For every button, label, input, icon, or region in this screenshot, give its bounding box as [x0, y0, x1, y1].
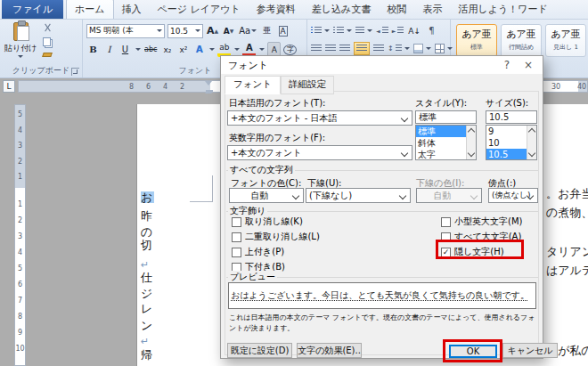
- increase-indent-button[interactable]: ►: [392, 27, 404, 35]
- tab-selector-box[interactable]: L: [3, 80, 15, 93]
- dialog-titlebar[interactable]: フォント: [221, 56, 543, 74]
- cut-button[interactable]: [43, 23, 53, 33]
- text-effects-button[interactable]: 文字の効果(E)..: [297, 343, 362, 358]
- shading-button[interactable]: [413, 44, 431, 53]
- ok-highlight-box: [443, 339, 502, 362]
- doc-char[interactable]: レ: [141, 303, 154, 314]
- grow-font-button[interactable]: A▲: [206, 23, 219, 38]
- text-effects-arrow-icon[interactable]: [209, 48, 215, 53]
- doc-char[interactable]: 帰: [141, 349, 154, 361]
- doc-char[interactable]: 仕: [141, 272, 154, 283]
- font-size-combobox[interactable]: 10.5: [167, 24, 203, 38]
- format-painter-button[interactable]: [43, 53, 52, 57]
- vertical-ruler[interactable]: 5 4 3 2 1 1 2 3 4 5 6 7 8 9 10: [14, 104, 26, 366]
- cancel-button[interactable]: キャンセル: [502, 343, 558, 358]
- effects-group-line: [226, 211, 538, 212]
- paragraph-mark-icon: ↵: [141, 337, 154, 346]
- style-input[interactable]: 標準: [415, 110, 477, 124]
- decrease-indent-button[interactable]: ◄: [376, 27, 388, 35]
- italic-button[interactable]: I: [102, 42, 116, 57]
- tab-review[interactable]: 校閲: [379, 0, 414, 19]
- line-spacing-button[interactable]: ↕: [388, 45, 410, 53]
- font-name-combobox[interactable]: MS 明朝 (本: [86, 24, 165, 38]
- bold-button[interactable]: B: [86, 42, 100, 57]
- tab-references[interactable]: 参考資料: [249, 0, 304, 19]
- dialog-close-button[interactable]: ×: [521, 58, 535, 72]
- doc-char-selected[interactable]: お: [141, 191, 154, 203]
- tab-home[interactable]: ホーム: [66, 0, 114, 19]
- dialog-tab-advanced[interactable]: 詳細設定: [281, 76, 334, 94]
- style-listbox[interactable]: 標準 斜体 太字: [415, 125, 477, 160]
- grow-font-caret-icon: ▲: [215, 28, 219, 34]
- style-card-heading1[interactable]: あア亜 見出し 1: [545, 24, 586, 57]
- doc-char[interactable]: 昨: [141, 210, 154, 222]
- align-left-button[interactable]: [311, 45, 322, 53]
- double-strikethrough-checkbox[interactable]: 二重取り消し線(L): [232, 231, 320, 243]
- bullets-button[interactable]: [311, 27, 330, 35]
- borders-icon: [435, 44, 445, 53]
- doc-char[interactable]: 切: [141, 240, 154, 251]
- doc-char[interactable]: ジ: [141, 288, 154, 299]
- font-color-combobox[interactable]: 自動: [229, 188, 304, 203]
- jp-font-label: 日本語用のフォント(T):: [229, 97, 325, 110]
- sort-button[interactable]: A↓: [407, 23, 421, 38]
- shrink-font-button[interactable]: A▼: [222, 23, 235, 38]
- strikethrough-checkbox[interactable]: 取り消し線(K): [232, 216, 303, 228]
- style-list-scrollbar[interactable]: [466, 126, 476, 159]
- justify-button[interactable]: [354, 42, 370, 55]
- superscript-checkbox[interactable]: 上付き(P): [232, 246, 284, 258]
- numbering-button[interactable]: [333, 27, 352, 35]
- doc-char[interactable]: の: [141, 226, 154, 238]
- copy-button[interactable]: [43, 37, 51, 46]
- doc-char[interactable]: ン: [141, 320, 154, 331]
- size-input[interactable]: 10.5: [486, 110, 537, 124]
- tab-insert[interactable]: 挿入: [114, 0, 150, 19]
- align-right-button[interactable]: [339, 45, 350, 53]
- style-card-label: 標準: [457, 43, 496, 52]
- tab-mailings[interactable]: 差し込み文書: [304, 0, 380, 19]
- strikethrough-button[interactable]: abc: [143, 42, 158, 57]
- dialog-help-button[interactable]: ?: [500, 58, 514, 72]
- text-effects-button[interactable]: A: [192, 42, 206, 57]
- size-list-scrollbar[interactable]: [527, 126, 536, 159]
- set-as-default-button[interactable]: 既定に設定(D): [227, 343, 292, 358]
- ruler-number: 40: [577, 83, 586, 91]
- small-caps-checkbox[interactable]: 小型英大文字(M): [441, 216, 522, 228]
- left-indent-marker[interactable]: [206, 90, 213, 93]
- style-card-normal[interactable]: あア亜 標準: [456, 24, 497, 57]
- underline-combobox[interactable]: (下線なし): [306, 188, 411, 203]
- align-center-button[interactable]: [325, 45, 336, 53]
- emphasis-mark-combobox[interactable]: (傍点なし): [488, 188, 538, 203]
- show-editing-marks-button[interactable]: ¶: [425, 23, 438, 38]
- doc-text-line[interactable]: の煮物、: [546, 207, 588, 218]
- enclose-border-button[interactable]: A: [276, 23, 290, 38]
- tab-custom-word[interactable]: 活用しよう！ワード: [450, 0, 555, 19]
- size-listbox[interactable]: 9 10 10.5: [486, 125, 537, 160]
- highlight-arrow-icon[interactable]: [234, 48, 240, 53]
- change-case-button[interactable]: Aa: [238, 23, 257, 38]
- phonetic-guide-button[interactable]: 亜: [260, 23, 274, 38]
- paste-button[interactable]: 貼り付け: [4, 22, 37, 65]
- doc-text-line[interactable]: タリアン: [546, 246, 588, 257]
- clipboard-dialog-launcher-icon[interactable]: [71, 68, 79, 76]
- doc-text-line[interactable]: 。お弁当: [546, 188, 588, 199]
- underline-arrow-icon[interactable]: [135, 48, 141, 53]
- enclose-character-button[interactable]: 字: [283, 45, 297, 55]
- subscript-button[interactable]: x₂: [160, 42, 174, 57]
- superscript-button[interactable]: x²: [176, 42, 190, 57]
- font-color-arrow-icon[interactable]: [259, 48, 265, 53]
- tab-view[interactable]: 表示: [414, 0, 450, 19]
- latin-font-combobox[interactable]: +本文のフォント: [227, 145, 412, 160]
- style-card-no-spacing[interactable]: あア亜 行間詰め: [501, 24, 542, 57]
- tab-file[interactable]: ファイル: [2, 0, 63, 19]
- borders-button[interactable]: [435, 44, 453, 53]
- dialog-tab-font[interactable]: フォント: [225, 76, 281, 94]
- tab-page-layout[interactable]: ページ レイアウト: [150, 0, 249, 19]
- distribute-button[interactable]: [373, 45, 384, 53]
- format-painter-icon: [42, 53, 53, 57]
- multilevel-list-button[interactable]: [355, 27, 372, 35]
- underline-button[interactable]: U: [118, 42, 132, 57]
- shading-arrow-icon: [426, 47, 431, 53]
- jp-font-combobox[interactable]: +本文のフォント - 日本語: [227, 110, 412, 126]
- doc-text-line[interactable]: はアルデ: [546, 264, 588, 276]
